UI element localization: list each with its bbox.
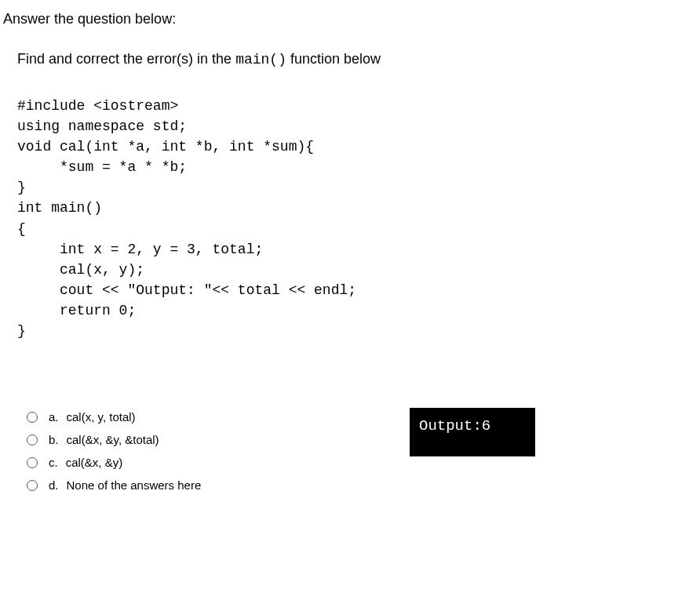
code-line: using namespace std; — [17, 118, 187, 134]
option-b[interactable]: b. cal(&x, &y, &total) — [27, 433, 700, 446]
question-content: Find and correct the error(s) in the mai… — [0, 27, 700, 492]
question-suffix: function below — [286, 51, 381, 67]
option-text: None of the answers here — [67, 478, 202, 492]
option-letter: d. — [49, 478, 59, 492]
code-line: #include <iostream> — [17, 98, 178, 114]
code-line: { — [17, 221, 26, 237]
option-letter: b. — [49, 433, 59, 446]
radio-icon[interactable] — [27, 434, 38, 445]
option-c[interactable]: c. cal(&x, &y) — [27, 456, 700, 469]
option-text: cal(&x, &y) — [66, 456, 123, 469]
code-line: cout << "Output: "<< total << endl; — [17, 282, 356, 298]
radio-icon[interactable] — [27, 457, 38, 468]
option-letter: c. — [49, 456, 58, 469]
option-text: cal(&x, &y, &total) — [67, 433, 159, 446]
output-box: Output:6 — [410, 408, 535, 456]
options-list: a. cal(x, y, total) b. cal(&x, &y, &tota… — [17, 410, 700, 492]
code-line: return 0; — [17, 303, 136, 318]
option-letter: a. — [49, 410, 59, 424]
option-a[interactable]: a. cal(x, y, total) — [27, 410, 700, 424]
page-header: Answer the question below: — [0, 0, 700, 27]
question-prefix: Find and correct the error(s) in the — [17, 51, 235, 67]
option-text: cal(x, y, total) — [67, 410, 136, 424]
question-text: Find and correct the error(s) in the mai… — [17, 51, 700, 67]
code-line: cal(x, y); — [17, 262, 144, 278]
code-line: int x = 2, y = 3, total; — [17, 242, 263, 257]
question-code-inline: main() — [235, 52, 286, 67]
code-line: void cal(int *a, int *b, int *sum){ — [17, 139, 314, 155]
radio-icon[interactable] — [27, 480, 38, 491]
code-line: int main() — [17, 200, 102, 216]
option-d[interactable]: d. None of the answers here — [27, 478, 700, 492]
radio-icon[interactable] — [27, 412, 38, 423]
code-line: *sum = *a * *b; — [17, 159, 187, 175]
code-block: #include <iostream> using namespace std;… — [17, 96, 700, 341]
code-line: } — [17, 180, 26, 195]
code-line: } — [17, 323, 26, 339]
